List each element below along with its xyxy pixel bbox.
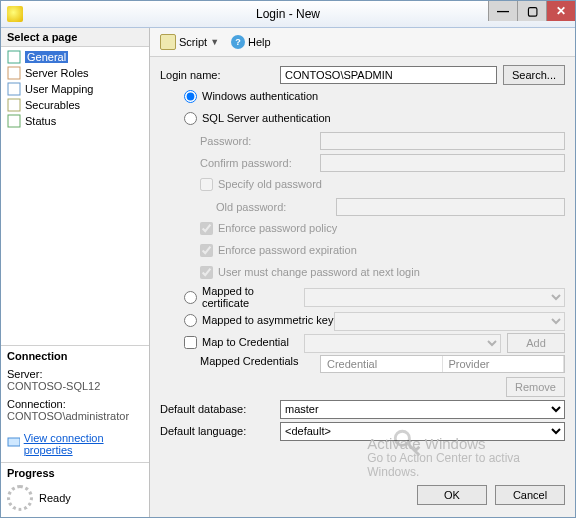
help-icon: ? (231, 35, 245, 49)
default-database-select[interactable]: master (280, 400, 565, 419)
default-language-select[interactable]: <default> (280, 422, 565, 441)
credential-select (304, 334, 501, 353)
page-icon (7, 98, 21, 112)
remove-button: Remove (506, 377, 565, 397)
svg-rect-4 (8, 115, 20, 127)
titlebar: Login - New — ▢ ✕ (1, 1, 575, 28)
svg-rect-1 (8, 67, 20, 79)
script-button[interactable]: Script ▼ (156, 32, 223, 52)
chevron-down-icon: ▼ (210, 37, 219, 47)
minimize-button[interactable]: — (488, 1, 517, 21)
certificate-select (304, 288, 565, 307)
svg-rect-3 (8, 99, 20, 111)
select-page-header: Select a page (1, 28, 149, 47)
page-icon (7, 50, 21, 64)
svg-rect-2 (8, 83, 20, 95)
sidebar: Select a page General Server Roles User … (1, 28, 150, 517)
progress-spinner-icon (7, 485, 33, 511)
connection-name: CONTOSO\administrator (7, 410, 143, 422)
search-button[interactable]: Search... (503, 65, 565, 85)
progress-status: Ready (39, 492, 71, 504)
page-status[interactable]: Status (1, 113, 149, 129)
content-pane: Script ▼ ? Help Login name: Search... (150, 28, 575, 517)
mapped-asymkey-radio[interactable]: Mapped to asymmetric key (184, 314, 333, 327)
sql-auth-radio[interactable]: SQL Server authentication (184, 112, 331, 125)
page-securables[interactable]: Securables (1, 97, 149, 113)
page-icon (7, 82, 21, 96)
connection-panel: Connection Server: CONTOSO-SQL12 Connect… (1, 345, 149, 462)
add-button: Add (507, 333, 565, 353)
progress-panel: Progress Ready (1, 462, 149, 517)
ok-button[interactable]: OK (417, 485, 487, 505)
login-name-label: Login name: (160, 69, 280, 81)
old-password-input (336, 198, 565, 216)
page-user-mapping[interactable]: User Mapping (1, 81, 149, 97)
mapped-certificate-radio[interactable]: Mapped to certificate (184, 285, 304, 309)
svg-rect-5 (8, 438, 20, 446)
asymkey-select (334, 312, 565, 331)
page-general[interactable]: General (1, 49, 149, 65)
page-icon (7, 66, 21, 80)
page-server-roles[interactable]: Server Roles (1, 65, 149, 81)
view-connection-properties-link[interactable]: View connection properties (24, 432, 143, 456)
specify-old-password-check: Specify old password (200, 178, 322, 191)
login-dialog: Login - New — ▢ ✕ Select a page General … (0, 0, 576, 518)
password-input (320, 132, 565, 150)
confirm-password-input (320, 154, 565, 172)
maximize-button[interactable]: ▢ (517, 1, 546, 21)
map-credential-check[interactable]: Map to Credential (184, 336, 289, 349)
properties-icon (7, 435, 20, 449)
help-button[interactable]: ? Help (227, 33, 275, 51)
mapped-credentials-list: CredentialProvider (320, 355, 565, 373)
close-button[interactable]: ✕ (546, 1, 575, 21)
enforce-expiration-check: Enforce password expiration (200, 244, 357, 257)
windows-auth-radio[interactable]: Windows authentication (184, 90, 318, 103)
script-icon (160, 34, 176, 50)
enforce-policy-check: Enforce password policy (200, 222, 337, 235)
server-name: CONTOSO-SQL12 (7, 380, 143, 392)
cancel-button[interactable]: Cancel (495, 485, 565, 505)
page-icon (7, 114, 21, 128)
login-name-input[interactable] (280, 66, 497, 84)
svg-rect-0 (8, 51, 20, 63)
must-change-pw-check: User must change password at next login (200, 266, 420, 279)
